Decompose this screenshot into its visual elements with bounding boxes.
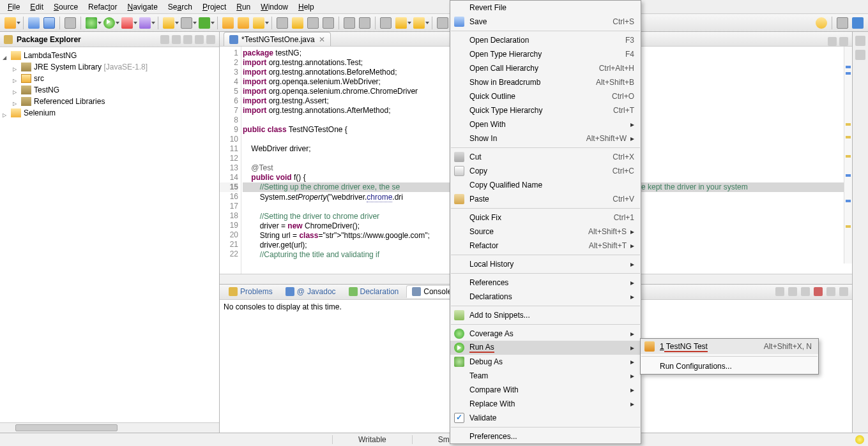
toggle-breadcrumb-icon[interactable] xyxy=(277,17,288,29)
perspective-switch-icon[interactable] xyxy=(837,17,848,29)
menu-help[interactable]: Help xyxy=(293,1,319,13)
last-edit-icon[interactable] xyxy=(380,17,392,29)
java-perspective-icon[interactable] xyxy=(852,17,864,29)
ctx-add-snippets[interactable]: Add to Snippets... xyxy=(450,308,641,322)
view-menu-icon[interactable] xyxy=(183,35,192,44)
tab-declaration[interactable]: Declaration xyxy=(344,286,404,297)
tree-reflib[interactable]: Referenced Libraries xyxy=(1,96,218,107)
menu-project[interactable]: Project xyxy=(197,1,231,13)
tasklist-trim-icon[interactable] xyxy=(855,50,865,60)
runas-configurations[interactable]: Run Configurations... xyxy=(641,359,818,374)
open-type-icon[interactable] xyxy=(222,17,234,29)
toggle-icon[interactable] xyxy=(65,17,76,29)
new-icon[interactable] xyxy=(4,17,16,29)
ctx-quick-outline[interactable]: Quick OutlineCtrl+O xyxy=(450,89,641,103)
search-icon[interactable] xyxy=(253,17,264,29)
new-java-icon[interactable] xyxy=(163,17,174,29)
mark-occur-icon[interactable] xyxy=(292,17,303,29)
ctx-open-declaration[interactable]: Open DeclarationF3 xyxy=(450,33,641,47)
save-all-icon[interactable] xyxy=(43,17,55,29)
menu-search[interactable]: Search xyxy=(163,1,197,13)
maximize-icon[interactable] xyxy=(206,35,215,44)
editor-context-menu[interactable]: Revert File SaveCtrl+S Open DeclarationF… xyxy=(450,0,641,444)
tree-src[interactable]: src xyxy=(1,73,218,84)
tree-project[interactable]: LambdaTestNG xyxy=(1,50,218,61)
tree-testng[interactable]: TestNG xyxy=(1,84,218,96)
ctx-declarations[interactable]: Declarations▸ xyxy=(450,290,641,304)
editor-minimize-icon[interactable] xyxy=(828,37,837,46)
forward-icon[interactable] xyxy=(413,17,425,29)
coverage-icon[interactable] xyxy=(121,17,133,29)
show-ws-icon[interactable] xyxy=(323,17,334,29)
editor-tab[interactable]: *TestNGTestOne.java ✕ xyxy=(224,32,331,46)
ctx-run-as[interactable]: Run As▸ xyxy=(450,341,641,355)
menu-window[interactable]: Window xyxy=(255,1,293,13)
ctx-validate[interactable]: Validate xyxy=(450,411,641,425)
tree-jre[interactable]: JRE System Library [JavaSE-1.8] xyxy=(1,61,218,73)
menu-navigate[interactable]: Navigate xyxy=(122,1,162,13)
link-editor-icon[interactable] xyxy=(172,35,181,44)
ctx-refactor[interactable]: RefactorAlt+Shift+T▸ xyxy=(450,239,641,253)
open-console-icon[interactable] xyxy=(801,287,810,296)
ctx-show-in[interactable]: Show InAlt+Shift+W▸ xyxy=(450,131,641,145)
ctx-paste[interactable]: PasteCtrl+V xyxy=(450,192,641,206)
back-icon[interactable] xyxy=(395,17,407,29)
outline-trim-icon[interactable] xyxy=(855,36,865,46)
tab-javadoc[interactable]: @ Javadoc xyxy=(280,286,341,297)
collapse-all-icon[interactable] xyxy=(160,35,169,44)
block-sel-icon[interactable] xyxy=(307,17,319,29)
ctx-cut[interactable]: CutCtrl+X xyxy=(450,150,641,164)
ctx-references[interactable]: References▸ xyxy=(450,276,641,290)
annotation-next-icon[interactable] xyxy=(359,17,370,29)
ctx-open-with[interactable]: Open With▸ xyxy=(450,117,641,131)
ctx-show-breadcrumb[interactable]: Show in BreadcrumbAlt+Shift+B xyxy=(450,75,641,89)
ctx-debug-as[interactable]: Debug As▸ xyxy=(450,355,641,369)
overview-ruler[interactable] xyxy=(844,47,852,264)
ctx-copy-qualified-name[interactable]: Copy Qualified Name xyxy=(450,178,641,192)
tip-bulb-icon[interactable] xyxy=(855,435,864,444)
tree-selenium[interactable]: Selenium xyxy=(1,107,218,119)
external-tools-icon[interactable] xyxy=(139,17,151,29)
pin-icon[interactable] xyxy=(437,17,448,29)
runas-testng[interactable]: 1 TestNG Test Alt+Shift+X, N xyxy=(641,339,818,354)
menu-run[interactable]: Run xyxy=(231,1,255,13)
annotation-prev-icon[interactable] xyxy=(344,17,355,29)
ctx-open-type-hierarchy[interactable]: Open Type HierarchyF4 xyxy=(450,47,641,61)
ctx-local-history[interactable]: Local History▸ xyxy=(450,257,641,271)
close-tab-icon[interactable]: ✕ xyxy=(319,35,325,44)
debug-icon[interactable] xyxy=(86,17,97,29)
console-max-icon[interactable] xyxy=(839,287,848,296)
run-icon[interactable] xyxy=(103,17,115,29)
menu-refactor[interactable]: Refactor xyxy=(83,1,122,13)
ctx-preferences[interactable]: Preferences... xyxy=(450,429,641,443)
tree-hscroll[interactable] xyxy=(0,422,219,433)
minimize-icon[interactable] xyxy=(195,35,204,44)
ctx-save[interactable]: SaveCtrl+S xyxy=(450,15,641,29)
editor-maximize-icon[interactable] xyxy=(839,37,848,46)
display-console-icon[interactable] xyxy=(788,287,797,296)
remove-terminated-icon[interactable] xyxy=(814,287,823,296)
tab-problems[interactable]: Problems xyxy=(224,286,278,297)
new-package-icon[interactable] xyxy=(181,17,192,29)
console-min-icon[interactable] xyxy=(826,287,835,296)
menu-edit[interactable]: Edit xyxy=(25,1,49,13)
ctx-quick-type-hierarchy[interactable]: Quick Type HierarchyCtrl+T xyxy=(450,103,641,117)
ctx-team[interactable]: Team▸ xyxy=(450,369,641,383)
run-as-submenu[interactable]: 1 TestNG Test Alt+Shift+X, N Run Configu… xyxy=(640,338,819,375)
menu-file[interactable]: File xyxy=(3,1,25,13)
ctx-copy[interactable]: CopyCtrl+C xyxy=(450,164,641,178)
ctx-open-call-hierarchy[interactable]: Open Call HierarchyCtrl+Alt+H xyxy=(450,61,641,75)
open-task-icon[interactable] xyxy=(238,17,249,29)
pin-console-icon[interactable] xyxy=(775,287,784,296)
ctx-compare-with[interactable]: Compare With▸ xyxy=(450,383,641,397)
menu-source[interactable]: Source xyxy=(49,1,83,13)
ctx-coverage-as[interactable]: Coverage As▸ xyxy=(450,327,641,341)
project-tree[interactable]: LambdaTestNG JRE System Library [JavaSE-… xyxy=(0,47,219,422)
ctx-quick-fix[interactable]: Quick FixCtrl+1 xyxy=(450,211,641,225)
ctx-replace-with[interactable]: Replace With▸ xyxy=(450,397,641,411)
ctx-source[interactable]: SourceAlt+Shift+S▸ xyxy=(450,225,641,239)
save-icon[interactable] xyxy=(28,17,40,29)
ctx-revert[interactable]: Revert File xyxy=(450,1,641,15)
quick-access-icon[interactable] xyxy=(816,17,827,29)
new-class-icon[interactable] xyxy=(199,17,210,29)
